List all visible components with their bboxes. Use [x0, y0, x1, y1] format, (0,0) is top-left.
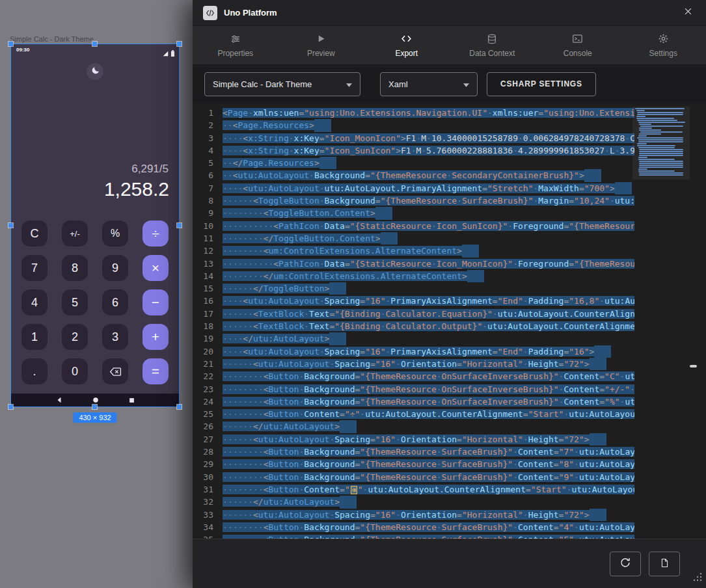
calc-key-5[interactable]: 5: [62, 289, 88, 315]
calc-key-+[interactable]: +: [143, 324, 169, 350]
code-editor[interactable]: 1<Page·xmlns:uen="using:Uno.Extensions.N…: [193, 103, 706, 539]
code-line[interactable]: 33······<utu:AutoLayout·Spacing="16"·Ori…: [193, 509, 706, 521]
code-line[interactable]: 32······</utu:AutoLayout>: [193, 496, 706, 508]
phone-artboard[interactable]: 09:30 6,291/5 1,258.2 C+/-%÷789×456−123+…: [11, 44, 179, 407]
code-line[interactable]: 35········<Button·Background="{ThemeReso…: [193, 533, 706, 539]
code-line[interactable]: 10··········<PathIcon·Data="{StaticResou…: [193, 220, 706, 232]
code-line[interactable]: 30········<Button·Background="{ThemeReso…: [193, 471, 706, 483]
calc-key-1[interactable]: 1: [21, 324, 48, 350]
code-line[interactable]: 25········<Button·Content="÷"·utu:AutoLa…: [193, 408, 706, 420]
tab-settings[interactable]: Settings: [621, 26, 706, 64]
calc-key-=[interactable]: =: [143, 358, 169, 384]
tab-bar: PropertiesPreviewExportData ContextConso…: [193, 26, 706, 65]
calc-key-C[interactable]: C: [21, 220, 48, 247]
calc-key-%[interactable]: %: [102, 220, 128, 247]
calc-key-3[interactable]: 3: [102, 324, 128, 350]
line-number: 35: [193, 533, 223, 539]
calc-key-7[interactable]: 7: [21, 255, 48, 281]
window-titlebar[interactable]: Uno Platform: [193, 0, 706, 26]
code-line[interactable]: 31········<Button·Content="⌫"·utu:AutoLa…: [193, 483, 706, 496]
theme-select-value: Simple Calc - Dark Theme: [213, 79, 312, 89]
code-line[interactable]: 18······<TextBlock·Text="{Binding·Calcul…: [193, 320, 706, 332]
code-line[interactable]: 15······</ToggleButton>: [193, 282, 706, 295]
calc-key-8[interactable]: 8: [62, 255, 88, 281]
code-line[interactable]: 28········<Button·Background="{ThemeReso…: [193, 446, 706, 458]
artboard-title[interactable]: Simple Calc - Dark Theme: [10, 35, 94, 43]
code-line[interactable]: 22········<Button·Background="{ThemeReso…: [193, 370, 706, 382]
moon-icon: [90, 66, 100, 78]
code-line[interactable]: 29········<Button·Background="{ThemeReso…: [193, 458, 706, 470]
chevron-down-icon: [463, 79, 469, 89]
code-line[interactable]: 24········<Button·Background="{ThemeReso…: [193, 395, 706, 408]
line-number: 16: [193, 295, 223, 307]
scrollbar-thumb[interactable]: [690, 365, 697, 368]
nav-home-button[interactable]: [92, 397, 99, 403]
code-line[interactable]: 16····<utu:AutoLayout·Spacing="16"·Prima…: [193, 295, 706, 307]
line-number: 11: [193, 232, 223, 245]
resize-grip[interactable]: [693, 572, 702, 584]
line-number: 6: [193, 169, 223, 181]
format-select[interactable]: Xaml: [380, 72, 478, 96]
line-number: 10: [193, 220, 223, 232]
status-time: 09:30: [16, 47, 29, 53]
minimap[interactable]: [635, 107, 687, 176]
properties-icon: [230, 33, 241, 45]
calc-key-.[interactable]: .: [21, 358, 48, 384]
nav-recents-button[interactable]: [129, 397, 135, 403]
code-line[interactable]: 7····<utu:AutoLayout·utu:AutoLayout.Prim…: [193, 182, 706, 194]
calc-key-0[interactable]: 0: [62, 358, 88, 384]
code-line[interactable]: 6··<utu:AutoLayout·Background="{ThemeRes…: [193, 169, 706, 181]
code-line[interactable]: 34········<Button·Background="{ThemeReso…: [193, 521, 706, 533]
calc-key-6[interactable]: 6: [102, 289, 128, 315]
code-line[interactable]: 26······</utu:AutoLayout>: [193, 420, 706, 433]
code-line[interactable]: 1<Page·xmlns:uen="using:Uno.Extensions.N…: [193, 107, 706, 119]
line-number: 9: [193, 207, 223, 219]
theme-toggle-button[interactable]: [87, 63, 103, 80]
code-line[interactable]: 23········<Button·Background="{ThemeReso…: [193, 383, 706, 395]
code-line[interactable]: 20····<utu:AutoLayout·Spacing="16"·Prima…: [193, 345, 706, 358]
tab-export[interactable]: Export: [364, 26, 450, 64]
calc-key-÷[interactable]: ÷: [143, 220, 169, 247]
tab-label: Data Context: [469, 49, 515, 58]
calc-key-×[interactable]: ×: [143, 255, 169, 281]
phone-status-bar: 09:30: [11, 44, 179, 56]
code-line[interactable]: 27······<utu:AutoLayout·Spacing="16"·Ori…: [193, 433, 706, 446]
code-line[interactable]: 9········<ToggleButton.Content>: [193, 207, 706, 219]
code-line[interactable]: 19····</utu:AutoLayout>: [193, 332, 706, 345]
code-line[interactable]: 8······<ToggleButton·Background="{ThemeR…: [193, 194, 706, 207]
code-line[interactable]: 17······<TextBlock·Text="{Binding·Calcul…: [193, 308, 706, 320]
nav-back-button[interactable]: [56, 397, 62, 403]
line-number: 34: [193, 521, 223, 533]
export-file-button[interactable]: [649, 552, 680, 576]
calc-key-9[interactable]: 9: [102, 255, 128, 281]
tab-label: Properties: [217, 49, 253, 58]
code-line[interactable]: 2··<Page.Resources>: [193, 119, 706, 131]
code-line[interactable]: 21······<utu:AutoLayout·Spacing="16"·Ori…: [193, 358, 706, 370]
csharp-settings-button[interactable]: CSHARP SETTINGS: [487, 72, 596, 96]
close-button[interactable]: [681, 4, 696, 21]
line-number: 28: [193, 446, 223, 458]
line-number: 14: [193, 270, 223, 282]
code-line[interactable]: 14········</um:ControlExtensions.Alterna…: [193, 270, 706, 282]
calc-key-2[interactable]: 2: [62, 324, 88, 350]
code-line[interactable]: 4····<x:String·x:Key="Icon_SunIcon">F1·M…: [193, 144, 706, 157]
code-line[interactable]: 13··········<PathIcon·Data="{StaticResou…: [193, 258, 706, 270]
refresh-button[interactable]: [610, 552, 641, 576]
line-number: 21: [193, 358, 223, 370]
tab-data-context[interactable]: Data Context: [450, 26, 536, 64]
size-badge: 430 × 932: [73, 412, 116, 423]
tab-preview[interactable]: Preview: [278, 26, 364, 64]
calc-key-−[interactable]: −: [143, 289, 169, 315]
calc-key-+/-[interactable]: +/-: [62, 220, 88, 247]
tab-properties[interactable]: Properties: [193, 26, 278, 64]
code-line[interactable]: 3····<x:String·x:Key="Icon_MoonIcon">F1·…: [193, 132, 706, 144]
line-number: 26: [193, 420, 223, 433]
code-line[interactable]: 5··</Page.Resources>: [193, 157, 706, 169]
theme-select[interactable]: Simple Calc - Dark Theme: [204, 72, 360, 96]
code-line[interactable]: 11········</ToggleButton.Content>: [193, 232, 706, 245]
code-line[interactable]: 12········<um:ControlExtensions.Alternat…: [193, 245, 706, 257]
calc-equation: 6,291/5: [131, 163, 169, 176]
calc-key-4[interactable]: 4: [21, 289, 48, 315]
tab-console[interactable]: Console: [535, 26, 621, 64]
calc-key-backspace[interactable]: [102, 358, 128, 384]
